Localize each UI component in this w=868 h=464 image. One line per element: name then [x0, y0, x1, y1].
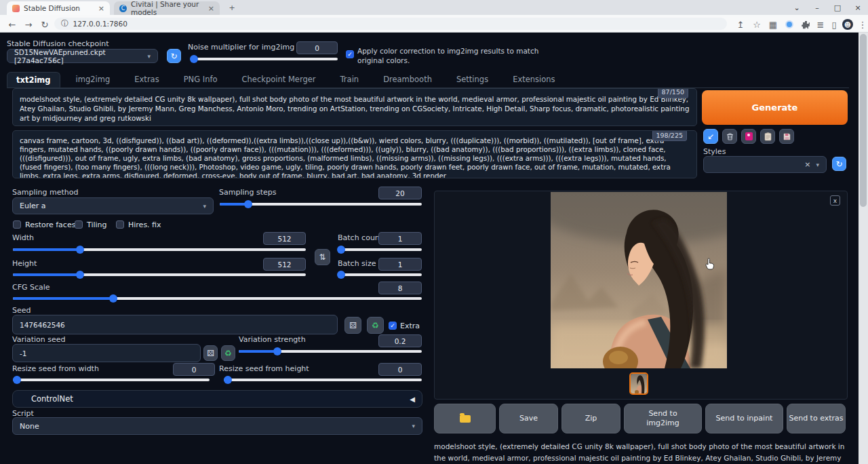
checkpoint-dropdown[interactable]: SD15NewVAEpruned.ckpt [27a4ac756c] ▾: [7, 49, 158, 63]
resize-seed-height-slider[interactable]: [224, 379, 422, 381]
tab-extras[interactable]: Extras: [125, 72, 167, 88]
controlnet-accordion[interactable]: ControlNet ◀: [12, 390, 422, 408]
prompt-textarea[interactable]: modelshoot style, (extremely detailed CG…: [12, 88, 697, 126]
site-info-icon[interactable]: ⓘ: [61, 19, 68, 28]
paste-params-button[interactable]: ↙: [703, 129, 718, 144]
send-to-inpaint-button[interactable]: Send to inpaint: [705, 404, 783, 433]
tab-settings[interactable]: Settings: [448, 72, 497, 88]
restore-faces-checkbox[interactable]: [13, 220, 21, 229]
variation-strength-slider[interactable]: [239, 350, 422, 353]
sampling-steps-input[interactable]: 20: [378, 187, 422, 199]
window-minimize-button[interactable]: –: [807, 0, 827, 15]
random-seed-button[interactable]: ⚄: [344, 317, 361, 334]
extensions-puzzle-icon[interactable]: [799, 18, 812, 31]
open-folder-button[interactable]: [434, 404, 496, 433]
styles-dropdown[interactable]: × ▾: [703, 156, 827, 173]
sampling-steps-label: Sampling steps: [219, 188, 277, 197]
url-bar[interactable]: ⓘ 127.0.0.1:7860: [54, 18, 727, 30]
width-label: Width: [12, 233, 34, 242]
window-maximize-button[interactable]: □: [827, 0, 848, 15]
seed-input[interactable]: 1476462546: [12, 315, 338, 334]
height-input[interactable]: 512: [263, 258, 306, 271]
width-slider[interactable]: [13, 248, 306, 251]
profile-avatar[interactable]: ☻: [841, 18, 854, 31]
save-button[interactable]: Save: [499, 404, 558, 433]
styles-label: Styles: [703, 147, 726, 156]
extra-seed-checkbox[interactable]: ✓: [389, 322, 397, 330]
width-input[interactable]: 512: [263, 232, 306, 245]
window-close-button[interactable]: ×: [848, 0, 868, 15]
gallery-thumbnail[interactable]: [629, 372, 648, 395]
tab-txt2img[interactable]: txt2img: [7, 72, 60, 88]
menu-kebab-icon[interactable]: ⋮: [856, 18, 868, 31]
reload-icon[interactable]: ↻: [38, 18, 52, 31]
negative-prompt-textarea[interactable]: canvas frame, cartoon, 3d, ((disfigured)…: [12, 130, 697, 178]
cfg-scale-slider[interactable]: [13, 297, 422, 300]
prompt-text: modelshoot style, (extremely detailed CG…: [20, 95, 689, 122]
resize-seed-width-input[interactable]: 0: [173, 363, 215, 376]
noise-multiplier-slider[interactable]: [191, 58, 338, 60]
swap-dimensions-button[interactable]: ⇅: [315, 249, 330, 265]
tiling-checkbox[interactable]: [75, 220, 83, 229]
variation-seed-input[interactable]: -1: [12, 344, 201, 362]
bookmark-star-icon[interactable]: ☆: [750, 18, 764, 31]
tab-extensions[interactable]: Extensions: [504, 72, 564, 88]
hires-fix-label: Hires. fix: [128, 220, 161, 229]
browser-tab-stable-diffusion[interactable]: Stable Diffusion ×: [7, 1, 110, 15]
side-panel-icon[interactable]: ▯: [827, 18, 841, 31]
tab-close-icon[interactable]: ×: [98, 4, 104, 13]
extra-networks-button[interactable]: [741, 129, 756, 144]
send-to-img2img-button[interactable]: Send to img2img: [624, 404, 702, 433]
tab-train[interactable]: Train: [332, 72, 368, 88]
browser-tab-civitai[interactable]: C Civitai | Share your models ×: [114, 1, 220, 15]
hires-fix-checkbox[interactable]: [116, 220, 124, 229]
height-slider[interactable]: [13, 273, 306, 276]
generate-button[interactable]: Generate: [702, 90, 848, 125]
variation-random-seed-button[interactable]: ⚄: [203, 345, 218, 361]
color-correction-checkbox[interactable]: ✓: [346, 50, 354, 58]
save-style-button[interactable]: [779, 129, 794, 144]
scrollbar-thumb[interactable]: [860, 34, 867, 207]
batch-size-input[interactable]: 1: [378, 258, 422, 271]
batch-count-input[interactable]: 1: [378, 232, 422, 245]
apply-style-button[interactable]: [760, 129, 775, 144]
civitai-favicon: C: [119, 5, 127, 12]
script-dropdown[interactable]: None ▾: [12, 417, 422, 435]
reuse-seed-button[interactable]: ♻: [367, 317, 384, 334]
tab-dreambooth[interactable]: Dreambooth: [374, 72, 441, 88]
clear-styles-icon[interactable]: ×: [804, 160, 810, 169]
clear-prompt-button[interactable]: [722, 129, 737, 144]
resize-seed-height-input[interactable]: 0: [378, 363, 422, 376]
resize-seed-width-slider[interactable]: [13, 379, 210, 381]
batch-size-slider[interactable]: [338, 273, 422, 276]
zip-button[interactable]: Zip: [561, 404, 620, 433]
forward-icon[interactable]: →: [22, 18, 35, 31]
variation-strength-input[interactable]: 0.2: [378, 334, 422, 347]
tab-png-info[interactable]: PNG Info: [175, 72, 226, 88]
sampling-method-dropdown[interactable]: Euler a ▾: [12, 197, 214, 214]
batch-count-slider[interactable]: [338, 248, 422, 251]
tab-close-icon[interactable]: ×: [208, 4, 214, 13]
recording-indicator-icon[interactable]: [783, 18, 796, 31]
new-tab-button[interactable]: +: [225, 0, 239, 15]
send-to-extras-button[interactable]: Send to extras: [787, 404, 846, 433]
sampling-steps-slider[interactable]: [220, 203, 422, 206]
apps-grid-icon[interactable]: ▦: [766, 18, 780, 31]
tab-img2img[interactable]: img2img: [67, 72, 119, 88]
noise-multiplier-input[interactable]: 0: [296, 41, 338, 54]
share-icon[interactable]: ↥: [734, 18, 747, 31]
styles-refresh-button[interactable]: ↻: [832, 157, 846, 171]
close-gallery-icon[interactable]: x: [830, 195, 840, 206]
cfg-scale-input[interactable]: 8: [378, 282, 422, 294]
generated-image[interactable]: [551, 192, 727, 368]
reading-list-icon[interactable]: ≣: [814, 18, 827, 31]
back-icon[interactable]: ←: [5, 18, 19, 31]
variation-seed-label: Variation seed: [12, 335, 66, 344]
variation-reuse-seed-button[interactable]: ♻: [221, 345, 235, 361]
window-chevron-icon[interactable]: ⌄: [787, 0, 807, 15]
page-scrollbar[interactable]: [859, 33, 868, 464]
height-label: Height: [12, 259, 37, 268]
checkpoint-refresh-button[interactable]: ↻: [167, 49, 181, 63]
seed-value: 1476462546: [20, 321, 65, 329]
tab-checkpoint-merger[interactable]: Checkpoint Merger: [233, 72, 325, 88]
